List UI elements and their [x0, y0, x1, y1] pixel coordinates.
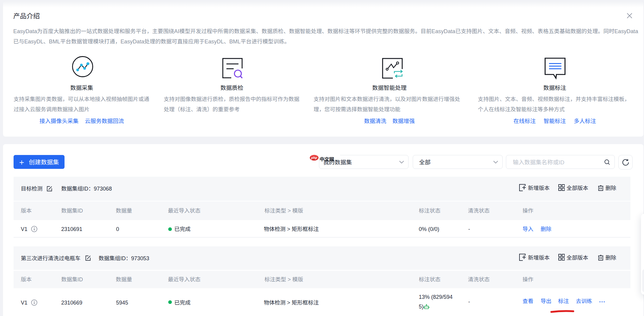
svg-text:php: php	[311, 156, 317, 160]
